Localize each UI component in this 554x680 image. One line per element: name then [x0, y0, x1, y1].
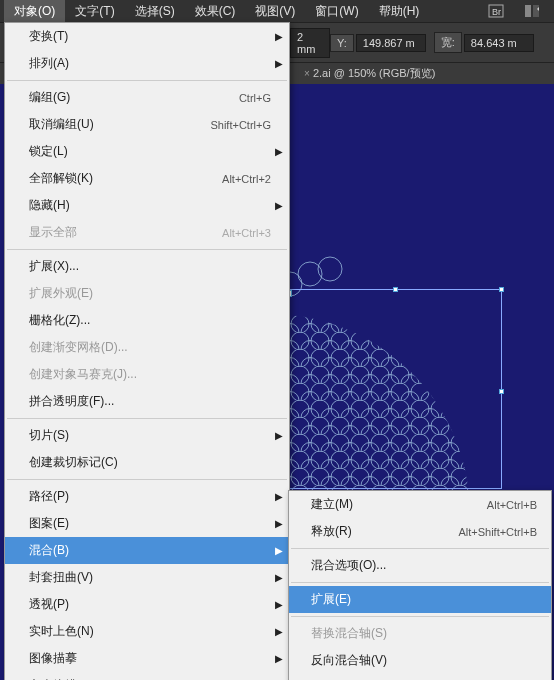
- menu-item-label: 替换混合轴(S): [311, 625, 387, 642]
- menu-item: 扩展外观(E): [5, 280, 289, 307]
- close-icon[interactable]: ×: [304, 68, 310, 79]
- menu-item-label: 创建裁切标记(C): [29, 454, 118, 471]
- menu-item[interactable]: 创建裁切标记(C): [5, 449, 289, 476]
- menu-item-label: 变换(T): [29, 28, 68, 45]
- menu-item[interactable]: 封套扭曲(V)▶: [5, 564, 289, 591]
- menu-shortcut: Ctrl+G: [239, 92, 271, 104]
- menu-item[interactable]: 反向堆叠(F): [289, 674, 551, 680]
- menu-item[interactable]: 建立(M)Alt+Ctrl+B: [289, 491, 551, 518]
- submenu-arrow-icon: ▶: [275, 518, 283, 529]
- svg-rect-3: [533, 5, 539, 17]
- menu-shortcut: Alt+Ctrl+3: [222, 227, 271, 239]
- menu-item[interactable]: 释放(R)Alt+Shift+Ctrl+B: [289, 518, 551, 545]
- x-field-suffix[interactable]: 2 mm: [290, 28, 330, 58]
- w-label: 宽:: [434, 32, 462, 53]
- object-menu-dropdown: 变换(T)▶排列(A)▶编组(G)Ctrl+G取消编组(U)Shift+Ctrl…: [4, 22, 290, 680]
- menu-select[interactable]: 选择(S): [125, 0, 185, 23]
- menu-item-label: 显示全部: [29, 224, 77, 241]
- menu-item[interactable]: 路径(P)▶: [5, 483, 289, 510]
- menu-item-label: 扩展外观(E): [29, 285, 93, 302]
- document-tab[interactable]: × 2.ai @ 150% (RGB/预览): [290, 63, 445, 84]
- menu-item-label: 排列(A): [29, 55, 69, 72]
- submenu-arrow-icon: ▶: [275, 58, 283, 69]
- menu-separator: [7, 249, 287, 250]
- menu-item[interactable]: 拼合透明度(F)...: [5, 388, 289, 415]
- menu-item-label: 混合(B): [29, 542, 69, 559]
- menu-item[interactable]: 实时上色(N)▶: [5, 618, 289, 645]
- menu-item-label: 扩展(E): [311, 591, 351, 608]
- menu-item[interactable]: 锁定(L)▶: [5, 138, 289, 165]
- menu-item-label: 切片(S): [29, 427, 69, 444]
- menu-shortcut: Shift+Ctrl+G: [210, 119, 271, 131]
- menu-item-label: 图像描摹: [29, 650, 77, 667]
- svg-point-9: [318, 257, 342, 281]
- menu-help[interactable]: 帮助(H): [369, 0, 430, 23]
- menu-item-label: 隐藏(H): [29, 197, 70, 214]
- menu-item-label: 图案(E): [29, 515, 69, 532]
- y-field[interactable]: 149.867 m: [356, 34, 426, 52]
- menu-item[interactable]: 取消编组(U)Shift+Ctrl+G: [5, 111, 289, 138]
- menu-item[interactable]: 图像描摹▶: [5, 645, 289, 672]
- menu-item-label: 拼合透明度(F)...: [29, 393, 114, 410]
- menu-item[interactable]: 切片(S)▶: [5, 422, 289, 449]
- menu-item-label: 创建渐变网格(D)...: [29, 339, 128, 356]
- menu-item[interactable]: 扩展(E): [289, 586, 551, 613]
- svg-text:Br: Br: [492, 7, 501, 17]
- menu-item[interactable]: 隐藏(H)▶: [5, 192, 289, 219]
- menu-item[interactable]: 反向混合轴(V): [289, 647, 551, 674]
- menu-item-label: 锁定(L): [29, 143, 68, 160]
- menu-item-label: 透视(P): [29, 596, 69, 613]
- submenu-arrow-icon: ▶: [275, 545, 283, 556]
- menu-item-label: 释放(R): [311, 523, 352, 540]
- menu-item[interactable]: 扩展(X)...: [5, 253, 289, 280]
- y-label: Y:: [330, 34, 354, 52]
- arrange-icon[interactable]: [520, 3, 544, 19]
- submenu-arrow-icon: ▶: [275, 430, 283, 441]
- menu-item-label: 混合选项(O)...: [311, 557, 386, 574]
- menu-item-label: 取消编组(U): [29, 116, 94, 133]
- menu-item-label: 反向混合轴(V): [311, 652, 387, 669]
- menu-item: 创建对象马赛克(J)...: [5, 361, 289, 388]
- menu-item[interactable]: 文本绕排(W)▶: [5, 672, 289, 680]
- menu-item[interactable]: 变换(T)▶: [5, 23, 289, 50]
- menu-window[interactable]: 窗口(W): [305, 0, 368, 23]
- menu-separator: [7, 418, 287, 419]
- menu-separator: [291, 548, 549, 549]
- submenu-arrow-icon: ▶: [275, 599, 283, 610]
- menu-item[interactable]: 透视(P)▶: [5, 591, 289, 618]
- submenu-arrow-icon: ▶: [275, 572, 283, 583]
- menu-item[interactable]: 图案(E)▶: [5, 510, 289, 537]
- menu-item[interactable]: 栅格化(Z)...: [5, 307, 289, 334]
- submenu-arrow-icon: ▶: [275, 31, 283, 42]
- menu-item-label: 全部解锁(K): [29, 170, 93, 187]
- menu-item-label: 路径(P): [29, 488, 69, 505]
- menu-item[interactable]: 混合(B)▶: [5, 537, 289, 564]
- submenu-arrow-icon: ▶: [275, 146, 283, 157]
- submenu-arrow-icon: ▶: [275, 200, 283, 211]
- submenu-arrow-icon: ▶: [275, 491, 283, 502]
- menu-item[interactable]: 混合选项(O)...: [289, 552, 551, 579]
- menu-shortcut: Alt+Ctrl+B: [487, 499, 537, 511]
- menu-item-label: 封套扭曲(V): [29, 569, 93, 586]
- menu-effect[interactable]: 效果(C): [185, 0, 246, 23]
- menu-item-label: 创建对象马赛克(J)...: [29, 366, 137, 383]
- menu-item-label: 建立(M): [311, 496, 353, 513]
- submenu-arrow-icon: ▶: [275, 653, 283, 664]
- menu-item[interactable]: 排列(A)▶: [5, 50, 289, 77]
- bridge-icon[interactable]: Br: [484, 3, 508, 19]
- tab-label: 2.ai @ 150% (RGB/预览): [313, 67, 435, 79]
- w-field[interactable]: 84.643 m: [464, 34, 534, 52]
- svg-rect-2: [525, 5, 531, 17]
- artwork-circles: [270, 214, 554, 514]
- menu-separator: [7, 80, 287, 81]
- menu-item: 显示全部Alt+Ctrl+3: [5, 219, 289, 246]
- menu-object[interactable]: 对象(O): [4, 0, 65, 23]
- menu-item[interactable]: 编组(G)Ctrl+G: [5, 84, 289, 111]
- menu-view[interactable]: 视图(V): [245, 0, 305, 23]
- menubar: 对象(O) 文字(T) 选择(S) 效果(C) 视图(V) 窗口(W) 帮助(H…: [0, 0, 554, 22]
- submenu-arrow-icon: ▶: [275, 626, 283, 637]
- menu-type[interactable]: 文字(T): [65, 0, 124, 23]
- menu-item[interactable]: 全部解锁(K)Alt+Ctrl+2: [5, 165, 289, 192]
- menu-item: 创建渐变网格(D)...: [5, 334, 289, 361]
- menu-separator: [7, 479, 287, 480]
